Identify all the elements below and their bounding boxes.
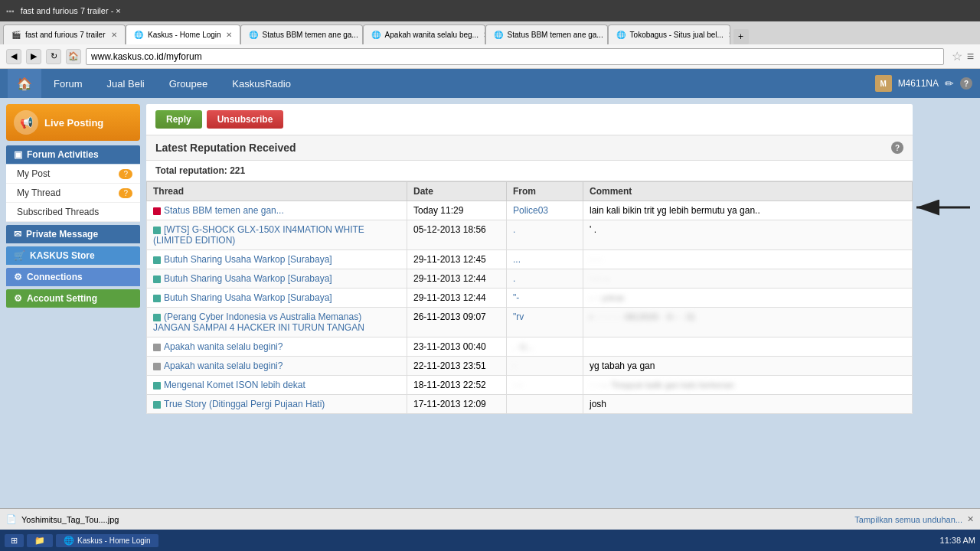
sidebar-kaskus-store[interactable]: 🛒 KASKUS Store xyxy=(6,246,140,265)
from-link[interactable]: Police03 xyxy=(513,205,548,216)
nav-groupee[interactable]: Groupee xyxy=(157,69,220,98)
download-bar: 📄 Yoshimitsu_Tag_Tou....jpg Tampilkan se… xyxy=(0,508,980,530)
tab-fast-furious[interactable]: 🎬 fast and furious 7 trailer - ✕ xyxy=(3,24,126,44)
reply-button[interactable]: Reply xyxy=(155,110,202,129)
comment-cell: ' . xyxy=(583,220,913,250)
tab-close-icon[interactable]: ✕ xyxy=(111,31,117,39)
tab-kaskus[interactable]: 🌐 Kaskus - Home Login ✕ xyxy=(126,24,240,44)
nav-forum[interactable]: Forum xyxy=(41,69,95,98)
from-link[interactable]: "rv xyxy=(513,311,524,322)
from-link[interactable]: ... xyxy=(513,254,521,265)
comment-cell: yg tabah ya gan xyxy=(583,357,913,376)
comment-blurred: · · ··-· Timppuk balik gan kalo berkenan xyxy=(590,380,734,390)
tab-status-bbm-2[interactable]: 🌐 Status BBM temen ane ga... ✕ xyxy=(485,24,608,44)
close-download-bar-icon[interactable]: ✕ xyxy=(967,514,974,524)
sidebar-forum-activities[interactable]: ▣ Forum Activities xyxy=(6,145,140,164)
sidebar-account-setting[interactable]: ⚙ Account Setting xyxy=(6,289,140,308)
thread-link[interactable]: Apakah wanita selalu begini? xyxy=(164,341,283,352)
thread-link[interactable]: True Story (Ditinggal Pergi Pujaan Hati) xyxy=(164,399,325,409)
sidebar-item-mythread[interactable]: My Thread ? xyxy=(6,184,140,203)
show-all-downloads[interactable]: Tampilkan semua unduhan... xyxy=(854,515,962,524)
tab-close-5-icon[interactable]: ✕ xyxy=(728,31,730,39)
thread-link[interactable]: Status BBM temen ane gan... xyxy=(164,205,284,216)
thread-link[interactable]: Apakah wanita selalu begini? xyxy=(164,360,283,371)
tab-bar: 🎬 fast and furious 7 trailer - ✕ 🌐 Kasku… xyxy=(0,21,980,44)
section-title: Latest Reputation Received xyxy=(155,142,296,154)
tab-tokobagus[interactable]: 🌐 Tokobagus - Situs jual bel... ✕ xyxy=(608,24,730,44)
thread-link[interactable]: (Perang Cyber Indonesia vs Australia Mem… xyxy=(153,311,364,333)
status-dot-icon xyxy=(153,207,161,215)
nav-jualbeli[interactable]: Jual Beli xyxy=(95,69,157,98)
menu-icon[interactable]: ≡ xyxy=(967,50,974,64)
username-label: M4611NA xyxy=(898,78,939,89)
date-cell: 17-11-2013 12:09 xyxy=(407,395,507,414)
pm-label: Private Message xyxy=(26,229,98,240)
nav-kaskusradio[interactable]: KaskusRadio xyxy=(220,69,303,98)
reputation-table-container: Thread Date From Comment Status BBM teme… xyxy=(146,181,913,414)
comment-blurred: · ·· · - xyxy=(590,274,609,283)
from-link[interactable]: . xyxy=(513,224,515,235)
table-row: Apakah wanita selalu begini?23-11-2013 0… xyxy=(147,337,913,357)
thread-link[interactable]: Butuh Sharing Usaha Warkop [Surabaya] xyxy=(164,292,332,303)
new-tab-button[interactable]: + xyxy=(733,29,749,44)
comment-cell xyxy=(583,337,913,357)
from-cell: "- xyxy=(507,289,583,308)
taskbar-right: 11:38 AM xyxy=(940,536,975,545)
sidebar-item-subscribed[interactable]: Subscribed Threads xyxy=(6,203,140,222)
tab-status-bbm-1[interactable]: 🌐 Status BBM temen ane ga... ✕ xyxy=(240,24,363,44)
start-button[interactable]: ⊞ xyxy=(5,534,24,547)
from-link[interactable]: . xyxy=(513,273,515,284)
pm-icon: ✉ xyxy=(14,229,21,240)
taskbar-chrome-icon[interactable]: 🌐 Kaskus - Home Login xyxy=(56,534,158,547)
address-input[interactable] xyxy=(86,48,944,65)
status-dot-icon xyxy=(153,256,161,264)
live-posting-button[interactable]: 📢 Live Posting xyxy=(6,104,140,141)
mypost-badge: ? xyxy=(119,169,132,179)
thread-link[interactable]: [WTS] G-SHOCK GLX-150X IN4MATION WHITE (… xyxy=(153,224,364,246)
taskbar-explorer-icon[interactable]: 📁 xyxy=(27,534,53,547)
date-cell: 22-11-2013 23:51 xyxy=(407,357,507,376)
from-cell: Police03 xyxy=(507,201,583,220)
from-link[interactable]: "- xyxy=(513,292,519,303)
edit-icon[interactable]: ✏ xyxy=(945,77,954,90)
status-dot-icon xyxy=(153,227,161,234)
reload-button[interactable]: ↻ xyxy=(46,49,61,64)
thread-cell: (Perang Cyber Indonesia vs Australia Mem… xyxy=(147,308,407,337)
annotation-arrow-icon xyxy=(913,196,974,219)
back-button[interactable]: ◀ xyxy=(6,49,21,64)
tab-close-active-icon[interactable]: ✕ xyxy=(226,31,232,39)
unsubscribe-button[interactable]: Unsubscribe xyxy=(207,110,284,129)
thread-cell: Apakah wanita selalu begini? xyxy=(147,357,407,376)
nav-home-button[interactable]: 🏠 xyxy=(8,69,41,98)
help-icon[interactable]: ? xyxy=(960,77,972,90)
table-row: Butuh Sharing Usaha Warkop [Surabaya]29-… xyxy=(147,289,913,308)
sidebar: 📢 Live Posting ▣ Forum Activities My Pos… xyxy=(6,104,140,523)
from-cell: · xyxy=(507,357,583,376)
section-help-icon[interactable]: ? xyxy=(891,142,903,154)
rep-value: 221 xyxy=(230,165,245,176)
status-dot-icon xyxy=(153,382,161,390)
tab-apakah[interactable]: 🌐 Apakah wanita selalu beg... ✕ xyxy=(363,24,485,44)
reputation-table: Thread Date From Comment Status BBM teme… xyxy=(146,181,913,414)
title-bar: ▪▪▪ fast and furious 7 trailer - × xyxy=(0,0,980,21)
sidebar-connections[interactable]: ⚙ Connections xyxy=(6,268,140,286)
thread-link[interactable]: Butuh Sharing Usaha Warkop [Surabaya] xyxy=(164,273,332,284)
taskbar: ⊞ 📁 🌐 Kaskus - Home Login 11:38 AM xyxy=(0,530,980,551)
forum-activities-icon: ▣ xyxy=(14,149,22,160)
forward-button[interactable]: ▶ xyxy=(26,49,41,64)
thread-cell: Mengenal Komet ISON lebih dekat xyxy=(147,376,407,395)
col-thread: Thread xyxy=(147,182,407,201)
sidebar-private-message[interactable]: ✉ Private Message xyxy=(6,225,140,243)
status-dot-icon xyxy=(153,314,161,321)
total-reputation: Total reputation: 221 xyxy=(146,161,913,181)
comment-cell: r · · · · · · ·0813f1f0· · 0··· · 31 xyxy=(583,308,913,337)
thread-link[interactable]: Mengenal Komet ISON lebih dekat xyxy=(164,380,305,390)
thread-link[interactable]: Butuh Sharing Usaha Warkop [Surabaya] xyxy=(164,254,332,265)
bookmark-icon[interactable]: ☆ xyxy=(952,49,962,64)
home-button[interactable]: 🏠 xyxy=(66,49,81,64)
thread-cell: True Story (Ditinggal Pergi Pujaan Hati) xyxy=(147,395,407,414)
sidebar-item-mypost[interactable]: My Post ? xyxy=(6,165,140,184)
taskbar-time: 11:38 AM xyxy=(940,536,975,545)
from-cell: · ·· xyxy=(507,376,583,395)
subscribed-label: Subscribed Threads xyxy=(17,207,99,217)
